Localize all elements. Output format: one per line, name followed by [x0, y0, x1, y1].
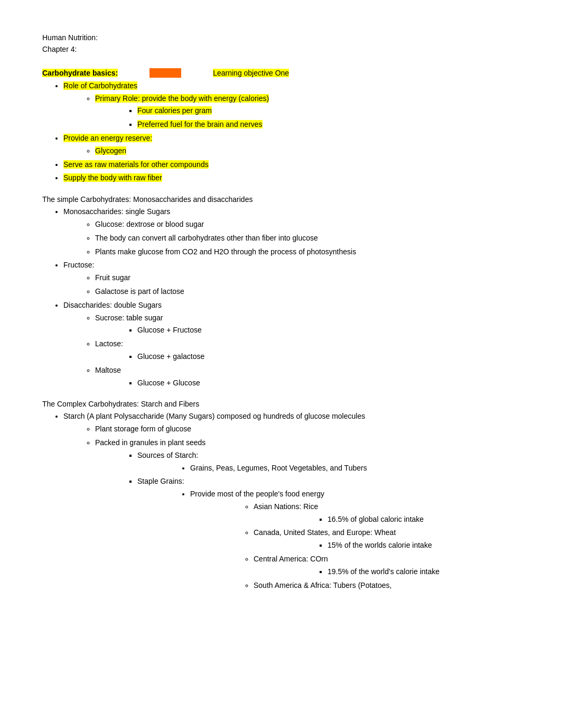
list-item: Four calories per gram	[137, 105, 519, 117]
list-item: South America & Africa: Tubers (Potatoes…	[254, 579, 519, 592]
list-item: Disaccharides: double Sugars Sucrose: ta…	[63, 299, 519, 390]
sub-list: Provide most of the people's food energy…	[137, 488, 519, 592]
item-text: Role of Carbohydrates	[63, 81, 137, 90]
sub-list: Asian Nations: Rice 16.5% of global calo…	[190, 501, 519, 592]
item-text: Plant storage form of glucose	[95, 425, 191, 433]
section1-list: Role of Carbohydrates Primary Role: prov…	[42, 80, 519, 185]
list-item: Glucose + Fructose	[137, 324, 519, 337]
sub-list: Plant storage form of glucose Packed in …	[63, 423, 519, 592]
list-item: Staple Grains: Provide most of the peopl…	[137, 475, 519, 592]
list-item: Sucrose: table sugar Glucose + Fructose	[95, 312, 519, 337]
item-text: Plants make glucose from CO2 and H2O thr…	[95, 247, 356, 256]
section-header-row: Carbohydrate basics: Learning objective …	[42, 68, 519, 78]
item-text: Glucose + Fructose	[137, 326, 202, 334]
sub-list: Four calories per gram Preferred fuel fo…	[95, 105, 519, 131]
list-item: Supply the body with raw fiber	[63, 172, 519, 185]
item-text: 19.5% of the world's calorie intake	[328, 567, 440, 576]
list-item: Asian Nations: Rice 16.5% of global calo…	[254, 501, 519, 526]
item-text: Staple Grains:	[137, 477, 184, 485]
item-text: Sources of Starch:	[137, 451, 198, 459]
item-text: Primary Role: provide the body with ener…	[95, 94, 269, 103]
list-item: The body can convert all carbohydrates o…	[95, 232, 519, 245]
sub-list: Glycogen	[63, 145, 519, 158]
list-item: Provide most of the people's food energy…	[190, 488, 519, 592]
sub-list: Primary Role: provide the body with ener…	[63, 93, 519, 131]
sub-list: Grains, Peas, Legumes, Root Vegetables, …	[137, 462, 519, 475]
header-line1: Human Nutrition:	[42, 32, 519, 43]
list-item: Lactose: Glucose + galactose	[95, 338, 519, 363]
section2-list: Monosaccharides: single Sugars Glucose: …	[42, 206, 519, 389]
section3-intro: The Complex Carbohydrates: Starch and Fi…	[42, 400, 519, 408]
item-text: Glucose + Glucose	[137, 379, 200, 387]
sub-list: Glucose: dextrose or blood sugar The bod…	[63, 218, 519, 258]
list-item: Fruit sugar	[95, 272, 519, 284]
list-item: Starch (A plant Polysaccharide (Many Sug…	[63, 410, 519, 592]
list-item: Grains, Peas, Legumes, Root Vegetables, …	[190, 462, 519, 475]
item-text: Fructose:	[63, 261, 94, 269]
list-item: Maltose Glucose + Glucose	[95, 364, 519, 390]
sub-list: 15% of the worlds calorie intake	[254, 539, 519, 552]
item-text: Packed in granules in plant seeds	[95, 438, 205, 447]
orange-highlight-blob	[149, 68, 181, 78]
item-text: Supply the body with raw fiber	[63, 173, 162, 182]
list-item: Glucose + galactose	[137, 351, 519, 363]
item-text: Sucrose: table sugar	[95, 314, 163, 322]
section-simple-carbs: The simple Carbohydrates: Monosaccharide…	[42, 195, 519, 389]
item-text: South America & Africa: Tubers (Potatoes…	[254, 581, 391, 589]
list-item: Preferred fuel for the brain and nerves	[137, 118, 519, 131]
section-carbohydrate-basics: Carbohydrate basics: Learning objective …	[42, 68, 519, 185]
header-line2: Chapter 4:	[42, 43, 519, 55]
list-item: Glucose + Glucose	[137, 377, 519, 390]
list-item: Primary Role: provide the body with ener…	[95, 93, 519, 131]
item-text: Disaccharides: double Sugars	[63, 301, 162, 309]
list-item: Monosaccharides: single Sugars Glucose: …	[63, 206, 519, 258]
section-complex-carbs: The Complex Carbohydrates: Starch and Fi…	[42, 400, 519, 592]
item-text: Serve as raw materials for other compoun…	[63, 160, 209, 169]
sub-list: Glucose + Fructose	[95, 324, 519, 337]
list-item: Canada, United States, and Europe: Wheat…	[254, 527, 519, 552]
list-item: Glycogen	[95, 145, 519, 158]
item-text: Grains, Peas, Legumes, Root Vegetables, …	[190, 464, 367, 472]
item-text: 15% of the worlds calorie intake	[328, 541, 432, 549]
list-item: Provide an energy reserve: Glycogen	[63, 132, 519, 158]
item-text: Four calories per gram	[137, 106, 212, 115]
item-text: Asian Nations: Rice	[254, 502, 318, 511]
list-item: Galactose is part of lactose	[95, 285, 519, 298]
item-text: Provide an energy reserve:	[63, 134, 152, 142]
section-title: Carbohydrate basics:	[42, 69, 118, 77]
item-text: Lactose:	[95, 339, 123, 348]
section3-list: Starch (A plant Polysaccharide (Many Sug…	[42, 410, 519, 592]
sub-list: Glucose + Glucose	[95, 377, 519, 390]
item-text: Starch (A plant Polysaccharide (Many Sug…	[63, 412, 365, 420]
list-item: Sources of Starch: Grains, Peas, Legumes…	[137, 449, 519, 475]
list-item: Plants make glucose from CO2 and H2O thr…	[95, 246, 519, 259]
item-text: Monosaccharides: single Sugars	[63, 207, 170, 216]
learning-objective: Learning objective One	[213, 69, 289, 77]
list-item: 16.5% of global caloric intake	[328, 513, 519, 526]
item-text: The body can convert all carbohydrates o…	[95, 234, 318, 242]
list-item: Fructose: Fruit sugar Galactose is part …	[63, 259, 519, 298]
list-item: Plant storage form of glucose	[95, 423, 519, 436]
item-text: Provide most of the people's food energy	[190, 490, 324, 498]
sub-list: 19.5% of the world's calorie intake	[254, 566, 519, 578]
sub-list: Sucrose: table sugar Glucose + Fructose …	[63, 312, 519, 390]
list-item: Role of Carbohydrates Primary Role: prov…	[63, 80, 519, 131]
item-text: Central America: COrn	[254, 555, 328, 563]
item-text: Glycogen	[95, 146, 126, 155]
list-item: Serve as raw materials for other compoun…	[63, 159, 519, 171]
sub-list: 16.5% of global caloric intake	[254, 513, 519, 526]
item-text: Fruit sugar	[95, 273, 130, 282]
list-item: Packed in granules in plant seeds Source…	[95, 437, 519, 592]
sub-list: Sources of Starch: Grains, Peas, Legumes…	[95, 449, 519, 592]
item-text: Glucose: dextrose or blood sugar	[95, 220, 204, 228]
list-item: Glucose: dextrose or blood sugar	[95, 218, 519, 231]
document-header: Human Nutrition: Chapter 4:	[42, 32, 519, 56]
list-item: Central America: COrn 19.5% of the world…	[254, 553, 519, 578]
section2-intro: The simple Carbohydrates: Monosaccharide…	[42, 195, 519, 204]
item-text: Glucose + galactose	[137, 352, 204, 361]
item-text: Preferred fuel for the brain and nerves	[137, 120, 263, 128]
sub-list: Glucose + galactose	[95, 351, 519, 363]
sub-list: Fruit sugar Galactose is part of lactose	[63, 272, 519, 298]
item-text: Maltose	[95, 366, 121, 374]
item-text: Galactose is part of lactose	[95, 287, 184, 296]
